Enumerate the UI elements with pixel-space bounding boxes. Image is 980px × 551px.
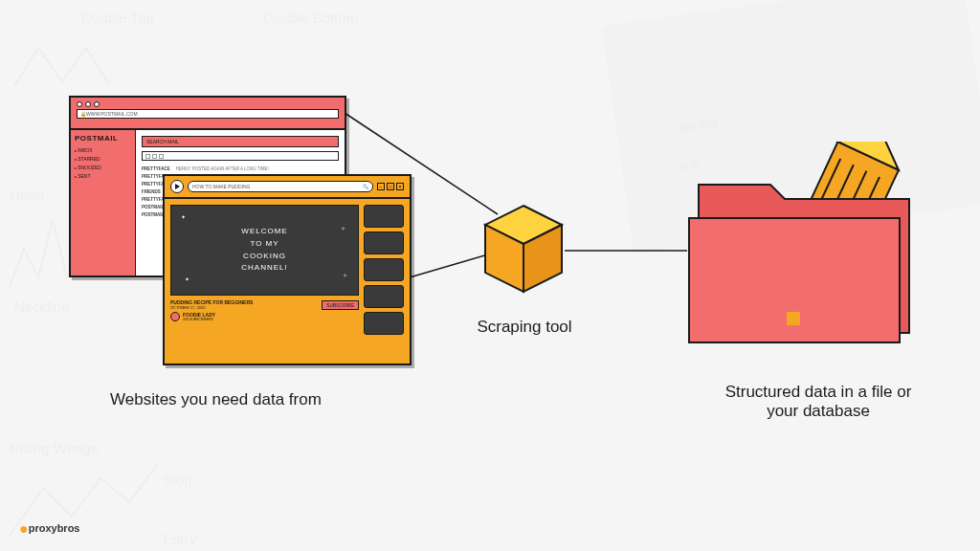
browser-header: 🔒 WWW.POSTMAIL.COM: [71, 98, 345, 130]
video-thumb: [364, 205, 404, 228]
folder-icon: [679, 142, 928, 352]
bg-label: Double Bottom: [263, 10, 358, 26]
search-text: HOW TO MAKE PUDDING: [192, 184, 250, 189]
caption-tool: Scraping tool: [477, 318, 572, 337]
video-thumb: [364, 258, 404, 281]
bg-label: Double Top: [81, 10, 154, 26]
avatar-icon: [170, 312, 180, 321]
bg-chart-zigzag: [10, 29, 182, 105]
author-subs: 450 SUBSCRIBERS: [183, 318, 215, 321]
video-date: OCTOBER 17, 2020: [170, 305, 253, 310]
email-toolbar: [142, 151, 339, 161]
video-browser-window: HOW TO MAKE PUDDING 🔍 − □ × ✦ ✧ ✦ ✧ WELC…: [163, 174, 412, 365]
nav-item: SENT: [75, 172, 131, 181]
video-header: HOW TO MAKE PUDDING 🔍 − □ ×: [165, 176, 410, 199]
email-search: SEARCH MAIL: [142, 136, 339, 147]
video-thumb: [364, 231, 404, 254]
email-item: PRETTYFACEHENNY POSTED AGAIN AFTER A LON…: [142, 166, 339, 171]
video-hero: ✦ ✧ ✦ ✧ WELCOMETO MYCOOKINGCHANNEL!: [170, 205, 359, 296]
brand-dot-icon: ●: [19, 520, 29, 537]
caption-output: Structured data in a file or your databa…: [708, 383, 928, 421]
window-icons: − □ ×: [377, 183, 404, 190]
search-icon: 🔍: [363, 184, 368, 189]
nav-item: INBOX: [75, 146, 131, 155]
maximize-icon: □: [387, 183, 394, 190]
cube-icon: [480, 201, 567, 297]
window-dot: [94, 101, 100, 107]
svg-rect-12: [787, 312, 800, 325]
video-search: HOW TO MAKE PUDDING 🔍: [188, 181, 373, 192]
bg-label: Head: [10, 187, 44, 203]
video-sidebar: [364, 205, 404, 358]
close-icon: ×: [396, 183, 404, 190]
url-text: WWW.POSTMAIL.COM: [86, 111, 138, 117]
minimize-icon: −: [377, 183, 385, 190]
brand-logo: ●proxybros: [19, 520, 79, 538]
window-dot: [85, 101, 91, 107]
nav-item: SNOOZED: [75, 164, 131, 172]
video-thumb: [364, 285, 404, 308]
brand-text: proxybros: [29, 522, 80, 534]
bg-label: Rising Wedge: [10, 440, 99, 456]
email-brand: POSTMAIL: [75, 134, 131, 143]
play-logo-icon: [170, 180, 184, 193]
url-bar: 🔒 WWW.POSTMAIL.COM: [77, 109, 339, 119]
video-meta: PUDDING RECIPE FOR BEGGINERS OCTOBER 17,…: [170, 299, 359, 321]
email-nav: INBOX STARRED SNOOZED SENT: [75, 146, 131, 181]
hero-text: WELCOMETO MYCOOKINGCHANNEL!: [227, 226, 303, 275]
caption-websites: Websites you need data from: [110, 390, 322, 409]
window-controls: [77, 101, 339, 107]
window-dot: [77, 101, 82, 107]
subscribe-button: SUBSCRIBE: [322, 300, 359, 310]
video-thumb: [364, 312, 404, 335]
nav-item: STARRED: [75, 155, 131, 164]
video-main: ✦ ✧ ✦ ✧ WELCOMETO MYCOOKINGCHANNEL! PUDD…: [170, 205, 359, 358]
email-sidebar: POSTMAIL INBOX STARRED SNOOZED SENT: [71, 130, 136, 276]
author-row: FOODIE LADY 450 SUBSCRIBERS: [170, 312, 359, 321]
